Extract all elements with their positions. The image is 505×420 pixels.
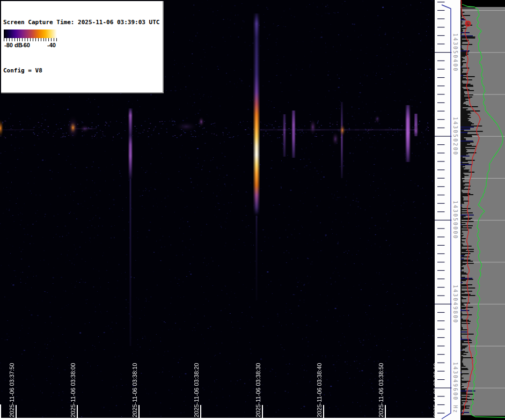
color-scale-labels: -80 dB-60-40 [4,42,57,49]
color-scale-tick [38,38,39,41]
peak-spectrum-trace-green [462,4,505,417]
color-scale-tick [27,38,28,41]
color-scale-tick [54,38,54,41]
color-scale-tick [41,38,41,41]
time-axis-label: 2025-11-06 03:38:30 [255,363,261,417]
color-scale-label: -40 [47,42,56,48]
color-scale-label: -60 [21,42,30,48]
db-color-scale: -80 dB-60-40 [3,28,60,49]
color-scale-tick [6,38,7,41]
time-axis-tick [385,405,386,418]
frequency-axis-label: 143049800 [452,285,458,323]
color-scale-tick [4,38,4,41]
color-scale-tick [35,38,36,41]
peak-marker-circle [466,21,471,26]
live-spectrum-plot [460,0,505,420]
color-gradient-bar [4,30,57,38]
color-scale-tick [22,38,23,41]
color-scale-tick [51,38,52,41]
frequency-axis-label: 143050200 [452,117,458,156]
color-scale-tick [56,38,57,41]
time-axis-tick [262,405,263,418]
time-axis-label: 2025-11-06 03:38:20 [193,363,200,417]
time-axis-label: 2025-11-06 03:38:10 [131,363,138,417]
color-scale-tick [9,38,10,41]
color-scale-tick [43,38,44,41]
color-scale-tick [48,38,49,41]
time-axis-label: 2025-11-06 03:38:40 [316,363,323,417]
time-axis-tick [200,405,201,418]
time-axis-tick [77,405,78,418]
time-axis-tick [138,405,140,418]
time-axis-baseline [0,418,435,420]
time-axis-label: 2025-11-06 03:37:50 [9,363,15,417]
spectrum-noise-bars [460,8,483,416]
live-spectrum-panel [460,0,505,420]
time-axis-left-tick [0,404,1,418]
time-axis-tick [323,405,324,418]
freq-tick-group [435,2,452,413]
frequency-axis-label: 143050000 [452,201,458,239]
color-scale-tick [17,38,18,41]
frequency-axis-label: 143049600 Hz [452,362,458,414]
time-axis-label: 2025-11-06 03:38:00 [70,363,76,417]
color-scale-tick [46,38,46,41]
time-axis-tick [16,405,17,418]
color-scale-tick [14,38,15,41]
capture-time-text: Screen Capture Time: 2025-11-06 03:39:03… [3,18,159,26]
color-scale-tick [33,38,33,41]
color-scale-tick [12,38,12,41]
frequency-axis-label: 143050400 [452,33,458,72]
app-root: Screen Capture Time: 2025-11-06 03:39:03… [0,0,505,420]
time-axis-label: 2025-11-06 03:38:50 [378,363,384,417]
color-scale-tick [19,38,20,41]
color-scale-tick [30,38,31,41]
config-text: Config = V8 [3,67,159,75]
color-scale-tick [25,38,25,41]
spectrum-bottom-band [460,416,505,420]
color-scale-ruler [4,38,57,42]
color-scale-label: -80 dB [4,42,23,48]
